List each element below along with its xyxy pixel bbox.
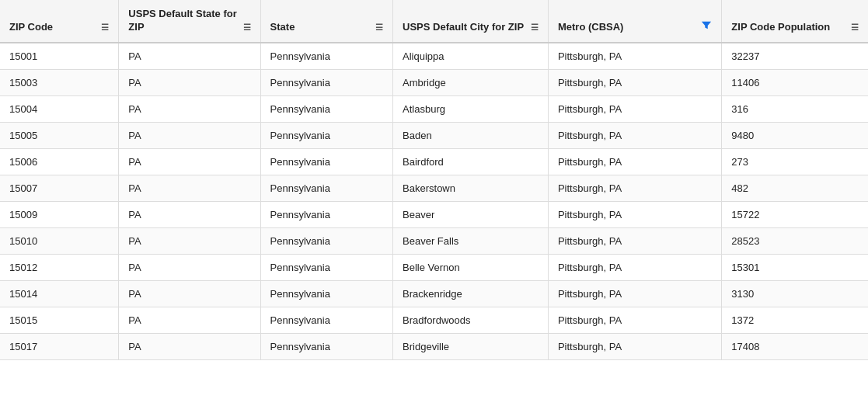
cell-usps_state: PA bbox=[119, 333, 260, 359]
cell-zip: 15005 bbox=[0, 122, 119, 148]
cell-metro: Pittsburgh, PA bbox=[548, 148, 721, 175]
cell-state: Pennsylvania bbox=[260, 227, 392, 254]
table-row: 15001PAPennsylvaniaAliquippaPittsburgh, … bbox=[0, 43, 868, 70]
cell-metro: Pittsburgh, PA bbox=[548, 333, 721, 359]
col-label-metro: Metro (CBSA) bbox=[558, 21, 624, 34]
cell-metro: Pittsburgh, PA bbox=[548, 95, 721, 122]
data-table: ZIP Code ☰ USPS Default State for ZIP ☰ … bbox=[0, 0, 868, 360]
cell-usps_city: Baden bbox=[393, 122, 549, 148]
cell-usps_state: PA bbox=[119, 227, 260, 254]
sort-icon-zip[interactable]: ☰ bbox=[101, 22, 109, 33]
cell-usps_city: Belle Vernon bbox=[393, 254, 549, 280]
cell-zip: 15003 bbox=[0, 69, 119, 95]
cell-usps_city: Beaver Falls bbox=[393, 227, 549, 254]
table-row: 15009PAPennsylvaniaBeaverPittsburgh, PA1… bbox=[0, 201, 868, 227]
col-label-usps-city: USPS Default City for ZIP bbox=[403, 21, 524, 34]
cell-population: 15301 bbox=[722, 254, 868, 280]
cell-usps_state: PA bbox=[119, 307, 260, 333]
cell-population: 17408 bbox=[722, 333, 868, 359]
cell-population: 28523 bbox=[722, 227, 868, 254]
cell-metro: Pittsburgh, PA bbox=[548, 175, 721, 201]
cell-zip: 15017 bbox=[0, 333, 119, 359]
cell-population: 316 bbox=[722, 95, 868, 122]
cell-usps_city: Bakerstown bbox=[393, 175, 549, 201]
cell-population: 11406 bbox=[722, 69, 868, 95]
cell-metro: Pittsburgh, PA bbox=[548, 43, 721, 70]
cell-usps_state: PA bbox=[119, 43, 260, 70]
col-label-usps-state: USPS Default State for ZIP bbox=[128, 8, 239, 34]
cell-population: 1372 bbox=[722, 307, 868, 333]
cell-population: 9480 bbox=[722, 122, 868, 148]
col-header-usps-state[interactable]: USPS Default State for ZIP ☰ bbox=[119, 0, 260, 43]
cell-usps_state: PA bbox=[119, 201, 260, 227]
cell-state: Pennsylvania bbox=[260, 148, 392, 175]
table-row: 15007PAPennsylvaniaBakerstownPittsburgh,… bbox=[0, 175, 868, 201]
table-row: 15015PAPennsylvaniaBradfordwoodsPittsbur… bbox=[0, 307, 868, 333]
sort-icon-usps-city[interactable]: ☰ bbox=[531, 22, 539, 33]
cell-metro: Pittsburgh, PA bbox=[548, 122, 721, 148]
cell-population: 3130 bbox=[722, 280, 868, 307]
cell-metro: Pittsburgh, PA bbox=[548, 254, 721, 280]
cell-state: Pennsylvania bbox=[260, 280, 392, 307]
col-header-metro[interactable]: Metro (CBSA) bbox=[548, 0, 721, 43]
cell-state: Pennsylvania bbox=[260, 201, 392, 227]
sort-icon-state[interactable]: ☰ bbox=[375, 22, 383, 33]
cell-state: Pennsylvania bbox=[260, 69, 392, 95]
col-label-population: ZIP Code Population bbox=[731, 21, 830, 34]
cell-population: 273 bbox=[722, 148, 868, 175]
cell-usps_state: PA bbox=[119, 254, 260, 280]
col-label-state: State bbox=[270, 21, 295, 34]
col-header-usps-city[interactable]: USPS Default City for ZIP ☰ bbox=[393, 0, 549, 43]
cell-population: 482 bbox=[722, 175, 868, 201]
cell-zip: 15014 bbox=[0, 280, 119, 307]
cell-usps_state: PA bbox=[119, 280, 260, 307]
cell-usps_city: Bairdford bbox=[393, 148, 549, 175]
sort-icon-usps-state[interactable]: ☰ bbox=[243, 22, 251, 33]
table-header-row: ZIP Code ☰ USPS Default State for ZIP ☰ … bbox=[0, 0, 868, 43]
cell-zip: 15007 bbox=[0, 175, 119, 201]
cell-zip: 15004 bbox=[0, 95, 119, 122]
cell-usps_state: PA bbox=[119, 95, 260, 122]
table-row: 15006PAPennsylvaniaBairdfordPittsburgh, … bbox=[0, 148, 868, 175]
cell-state: Pennsylvania bbox=[260, 95, 392, 122]
cell-usps_city: Brackenridge bbox=[393, 280, 549, 307]
cell-state: Pennsylvania bbox=[260, 122, 392, 148]
cell-usps_city: Aliquippa bbox=[393, 43, 549, 70]
cell-metro: Pittsburgh, PA bbox=[548, 227, 721, 254]
col-label-zip: ZIP Code bbox=[9, 21, 53, 34]
cell-zip: 15010 bbox=[0, 227, 119, 254]
cell-usps_state: PA bbox=[119, 122, 260, 148]
sort-icon-population[interactable]: ☰ bbox=[851, 22, 859, 33]
cell-usps_state: PA bbox=[119, 175, 260, 201]
cell-usps_city: Bridgeville bbox=[393, 333, 549, 359]
cell-metro: Pittsburgh, PA bbox=[548, 201, 721, 227]
cell-population: 32237 bbox=[722, 43, 868, 70]
cell-metro: Pittsburgh, PA bbox=[548, 280, 721, 307]
cell-zip: 15001 bbox=[0, 43, 119, 70]
col-header-population[interactable]: ZIP Code Population ☰ bbox=[722, 0, 868, 43]
table-row: 15017PAPennsylvaniaBridgevillePittsburgh… bbox=[0, 333, 868, 359]
cell-zip: 15009 bbox=[0, 201, 119, 227]
cell-state: Pennsylvania bbox=[260, 307, 392, 333]
cell-usps_city: Ambridge bbox=[393, 69, 549, 95]
cell-usps_state: PA bbox=[119, 148, 260, 175]
cell-state: Pennsylvania bbox=[260, 175, 392, 201]
cell-state: Pennsylvania bbox=[260, 333, 392, 359]
table-row: 15012PAPennsylvaniaBelle VernonPittsburg… bbox=[0, 254, 868, 280]
cell-usps_city: Atlasburg bbox=[393, 95, 549, 122]
cell-usps_city: Bradfordwoods bbox=[393, 307, 549, 333]
cell-state: Pennsylvania bbox=[260, 254, 392, 280]
table-row: 15003PAPennsylvaniaAmbridgePittsburgh, P… bbox=[0, 69, 868, 95]
cell-zip: 15015 bbox=[0, 307, 119, 333]
col-header-zip[interactable]: ZIP Code ☰ bbox=[0, 0, 119, 43]
table-row: 15010PAPennsylvaniaBeaver FallsPittsburg… bbox=[0, 227, 868, 254]
cell-zip: 15006 bbox=[0, 148, 119, 175]
col-header-state[interactable]: State ☰ bbox=[260, 0, 392, 43]
cell-metro: Pittsburgh, PA bbox=[548, 69, 721, 95]
cell-population: 15722 bbox=[722, 201, 868, 227]
filter-icon-metro[interactable] bbox=[701, 19, 712, 33]
cell-usps_city: Beaver bbox=[393, 201, 549, 227]
cell-usps_state: PA bbox=[119, 69, 260, 95]
table-row: 15014PAPennsylvaniaBrackenridgePittsburg… bbox=[0, 280, 868, 307]
table-row: 15005PAPennsylvaniaBadenPittsburgh, PA94… bbox=[0, 122, 868, 148]
